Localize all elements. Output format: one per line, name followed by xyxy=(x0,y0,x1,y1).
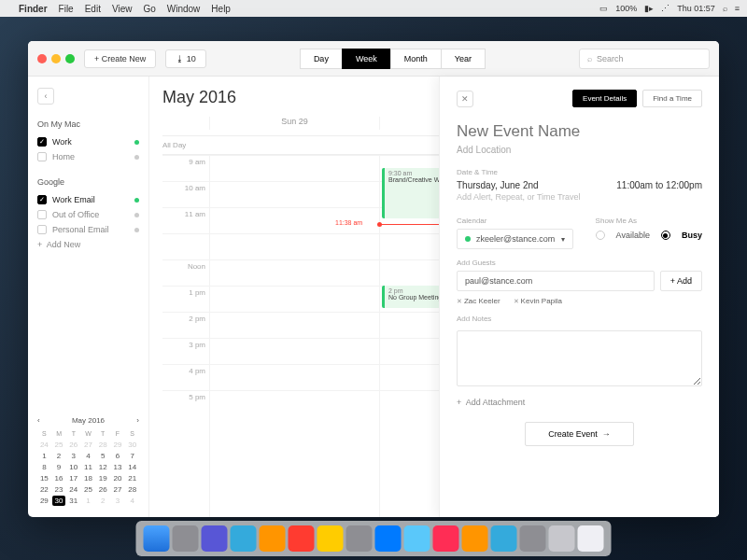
minical-day[interactable]: 14 xyxy=(125,462,139,472)
minical-day[interactable]: 5 xyxy=(96,451,110,461)
event-name-input[interactable] xyxy=(457,122,702,141)
dock-app-safari[interactable] xyxy=(375,525,402,552)
airplay-icon[interactable]: ▭ xyxy=(599,4,608,13)
minical-day[interactable]: 31 xyxy=(66,496,80,506)
minical-day[interactable]: 4 xyxy=(81,451,95,461)
minical-day[interactable]: 6 xyxy=(111,451,125,461)
event-date[interactable]: Thursday, June 2nd xyxy=(457,180,539,190)
menu-window[interactable]: Window xyxy=(167,4,201,14)
minical-day[interactable]: 28 xyxy=(96,440,110,450)
minical-day[interactable]: 20 xyxy=(111,473,125,483)
dock-app-itunes[interactable] xyxy=(433,525,459,552)
alert-hint[interactable]: Add Alert, Repeat, or Time Travel xyxy=(457,192,702,202)
menu-help[interactable]: Help xyxy=(211,4,231,14)
sidebar-add-new[interactable]: + Add New xyxy=(37,237,139,252)
wifi-icon[interactable]: ⋰ xyxy=(661,4,669,13)
sidebar-item-personal-email[interactable]: Personal Email xyxy=(37,222,139,237)
guest-input[interactable]: paul@stance.com xyxy=(457,271,655,291)
sidebar-item-work[interactable]: ✓Work xyxy=(37,134,139,149)
minical-day[interactable]: 23 xyxy=(52,484,66,495)
dock-app-calendar[interactable] xyxy=(289,525,315,552)
minical-day[interactable]: 25 xyxy=(52,440,66,450)
search-input[interactable]: ⌕ Search xyxy=(579,49,710,69)
minical-day[interactable]: 4 xyxy=(125,496,139,506)
sidebar-item-work-email[interactable]: ✓Work Email xyxy=(37,192,139,207)
minical-day[interactable]: 26 xyxy=(96,484,110,495)
minical-day[interactable]: 16 xyxy=(52,473,66,483)
close-panel-button[interactable]: ✕ xyxy=(457,91,473,107)
calendar-select[interactable]: zkeeler@stance.com▾ xyxy=(457,229,573,249)
dock-app-settings[interactable] xyxy=(520,525,546,552)
close-button[interactable] xyxy=(37,54,47,63)
minical-day[interactable]: 10 xyxy=(66,462,80,472)
menu-edit[interactable]: Edit xyxy=(85,4,101,14)
create-event-button[interactable]: Create Event → xyxy=(525,422,634,446)
download-button[interactable]: ⭳ 10 xyxy=(165,49,206,68)
minical-day[interactable]: 3 xyxy=(111,496,125,506)
minical-day[interactable]: 17 xyxy=(66,473,80,483)
minical-day[interactable]: 13 xyxy=(111,462,125,472)
dock-app-ibooks[interactable] xyxy=(462,525,488,552)
minical-day[interactable]: 27 xyxy=(81,440,95,450)
create-new-button[interactable]: + Create New xyxy=(84,49,156,68)
minical-day[interactable]: 30 xyxy=(125,440,139,450)
minical-prev[interactable]: ‹ xyxy=(37,416,40,425)
minical-day[interactable]: 3 xyxy=(66,451,80,461)
minical-day[interactable]: 25 xyxy=(81,484,95,495)
dock-app-messages[interactable] xyxy=(404,525,430,552)
menu-go[interactable]: Go xyxy=(143,4,155,14)
minimize-button[interactable] xyxy=(51,54,61,63)
day-column-sun[interactable] xyxy=(209,155,379,517)
menu-view[interactable]: View xyxy=(112,4,133,14)
minical-day[interactable]: 30 xyxy=(52,496,66,506)
clock[interactable]: Thu 01:57 xyxy=(677,4,715,13)
minical-day[interactable]: 7 xyxy=(125,451,139,461)
tab-event-details[interactable]: Event Details xyxy=(572,90,637,107)
radio-busy[interactable] xyxy=(661,231,670,240)
minical-day[interactable]: 11 xyxy=(81,462,95,472)
minical-day[interactable]: 9 xyxy=(52,462,66,472)
dock-app-finder[interactable] xyxy=(144,525,170,552)
view-year[interactable]: Year xyxy=(441,49,486,69)
guest-chip[interactable]: Kevin Papila xyxy=(514,297,562,305)
spotlight-icon[interactable]: ⌕ xyxy=(723,4,727,13)
minical-day[interactable]: 8 xyxy=(37,462,51,472)
minical-day[interactable]: 24 xyxy=(37,440,51,450)
tab-find-time[interactable]: Find a Time xyxy=(642,90,702,107)
dock-app[interactable] xyxy=(346,525,373,552)
menu-file[interactable]: File xyxy=(59,4,74,14)
menubar-app[interactable]: Finder xyxy=(19,4,48,14)
minical-day[interactable]: 29 xyxy=(37,496,51,506)
minical-day[interactable]: 28 xyxy=(125,484,139,495)
view-week[interactable]: Week xyxy=(342,49,390,69)
minical-day[interactable]: 24 xyxy=(66,484,80,495)
event-time[interactable]: 11:00am to 12:00pm xyxy=(616,180,702,190)
dock-app[interactable] xyxy=(202,525,228,552)
guest-chip[interactable]: Zac Keeler xyxy=(457,297,500,305)
menu-icon[interactable]: ≡ xyxy=(735,4,740,13)
radio-available[interactable] xyxy=(596,231,605,240)
dock-app-appstore[interactable] xyxy=(491,525,517,552)
event-location-input[interactable]: Add Location xyxy=(457,145,702,155)
dock-app-notes[interactable] xyxy=(317,525,344,552)
view-day[interactable]: Day xyxy=(300,49,342,69)
sidebar-item-out-of-office[interactable]: Out of Office xyxy=(37,207,139,222)
back-button[interactable]: ‹ xyxy=(37,88,54,105)
minical-day[interactable]: 1 xyxy=(81,496,95,506)
minical-day[interactable]: 1 xyxy=(37,451,51,461)
zoom-button[interactable] xyxy=(65,54,75,63)
minical-day[interactable]: 15 xyxy=(37,473,51,483)
view-month[interactable]: Month xyxy=(390,49,441,69)
dock-app-mail[interactable] xyxy=(231,525,257,552)
sidebar-item-home[interactable]: Home xyxy=(37,149,139,164)
dock-app[interactable] xyxy=(549,525,575,552)
dock-app[interactable] xyxy=(260,525,286,552)
minical-day[interactable]: 12 xyxy=(96,462,110,472)
dock-trash[interactable] xyxy=(578,525,604,552)
minical-day[interactable]: 2 xyxy=(52,451,66,461)
minical-day[interactable]: 22 xyxy=(37,484,51,495)
add-attachment[interactable]: + Add Attachment xyxy=(457,398,702,407)
minical-day[interactable]: 26 xyxy=(66,440,80,450)
minical-day[interactable]: 2 xyxy=(96,496,110,506)
minical-day[interactable]: 27 xyxy=(111,484,125,495)
